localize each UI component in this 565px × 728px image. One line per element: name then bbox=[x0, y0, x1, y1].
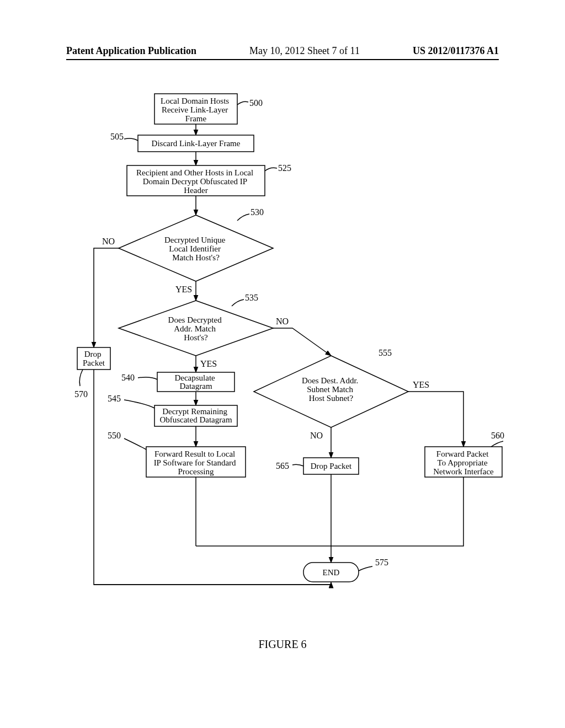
node-560-text: Forward Packet To Appropriate Network In… bbox=[433, 449, 494, 476]
edge-530-no bbox=[94, 248, 119, 347]
page: Patent Application Publication May 10, 2… bbox=[0, 0, 565, 728]
edge-535-no bbox=[273, 328, 331, 356]
node-505-text: Discard Link-Layer Frame bbox=[152, 139, 241, 148]
ref-545: 545 bbox=[108, 394, 121, 403]
ref-525: 525 bbox=[278, 163, 291, 173]
ref-555: 555 bbox=[379, 348, 392, 357]
label-no: NO bbox=[276, 317, 289, 326]
ref-505: 505 bbox=[110, 132, 124, 141]
node-570-text: Drop Packet bbox=[83, 350, 105, 367]
header-left: Patent Application Publication bbox=[66, 45, 196, 57]
ref-565: 565 bbox=[276, 461, 289, 470]
header-right: US 2012/0117376 A1 bbox=[413, 45, 499, 57]
node-545-text: Decrypt Remaining Obfuscated Datagram bbox=[159, 407, 232, 424]
edge-560-down bbox=[331, 477, 463, 546]
label-yes: YES bbox=[413, 380, 429, 389]
ref-570: 570 bbox=[74, 389, 88, 399]
label-no: NO bbox=[310, 431, 323, 440]
label-yes: YES bbox=[200, 359, 217, 368]
header-mid: May 10, 2012 Sheet 7 of 11 bbox=[249, 45, 360, 57]
edge-555-yes bbox=[408, 392, 463, 447]
node-575-text: END bbox=[323, 568, 340, 577]
flowchart: Local Domain Hosts Receive Link-Layer Fr… bbox=[55, 83, 513, 634]
label-yes: YES bbox=[175, 285, 192, 294]
node-565-text: Drop Packet bbox=[311, 462, 352, 470]
node-530-text: Decrypted Unique Local Identifier Match … bbox=[164, 235, 227, 262]
node-540-text: Decapsulate Datagram bbox=[174, 373, 217, 390]
ref-575: 575 bbox=[375, 558, 388, 567]
page-header: Patent Application Publication May 10, 2… bbox=[66, 45, 499, 60]
label-no: NO bbox=[102, 237, 115, 246]
figure-caption: FIGURE 6 bbox=[0, 638, 565, 651]
ref-535: 535 bbox=[245, 293, 258, 302]
ref-530: 530 bbox=[250, 207, 264, 217]
node-555-text: Does Dest. Addr. Subnet Match Host Subne… bbox=[302, 376, 360, 403]
ref-500: 500 bbox=[249, 98, 263, 108]
ref-540: 540 bbox=[121, 373, 135, 382]
ref-560: 560 bbox=[491, 431, 504, 440]
ref-550: 550 bbox=[108, 431, 121, 440]
